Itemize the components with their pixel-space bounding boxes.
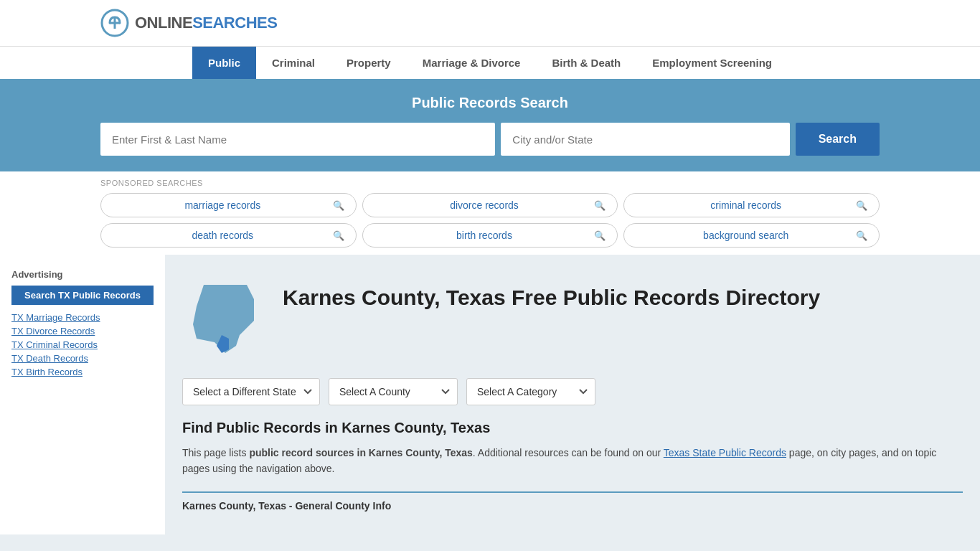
sidebar: Advertising Search TX Public Records TX …: [0, 255, 165, 534]
search-form: Search: [100, 123, 880, 156]
directory-header: Karnes County, Texas Free Public Records…: [182, 278, 963, 364]
logo-online-text: ONLINE: [135, 14, 192, 32]
find-section: Find Public Records in Karnes County, Te…: [182, 420, 963, 477]
main-nav: Public Criminal Property Marriage & Divo…: [0, 46, 980, 79]
find-description: This page lists public record sources in…: [182, 445, 963, 477]
nav-item-employment[interactable]: Employment Screening: [636, 47, 788, 79]
search-button[interactable]: Search: [796, 123, 880, 156]
header: ONLINESEARCHES: [0, 0, 980, 46]
sponsored-pill-death[interactable]: death records 🔍: [100, 223, 357, 248]
texas-map-icon: [182, 278, 268, 364]
sponsored-pill-divorce[interactable]: divorce records 🔍: [362, 193, 618, 217]
find-link[interactable]: Texas State Public Records: [664, 447, 786, 458]
sponsored-label: SPONSORED SEARCHES: [100, 179, 880, 187]
directory-section: Karnes County, Texas Free Public Records…: [182, 266, 963, 523]
search-icon-divorce: 🔍: [594, 200, 606, 211]
logo-searches-text: SEARCHES: [192, 14, 277, 32]
sponsored-pill-criminal[interactable]: criminal records 🔍: [623, 193, 880, 217]
dropdowns-row: Select a Different State Select A County…: [182, 378, 963, 405]
nav-item-birth[interactable]: Birth & Death: [536, 47, 636, 79]
find-desc-1: This page lists: [182, 447, 249, 458]
location-input[interactable]: [501, 123, 789, 156]
find-title: Find Public Records in Karnes County, Te…: [182, 420, 963, 436]
sponsored-text-birth: birth records: [374, 230, 595, 241]
sidebar-ad-button[interactable]: Search TX Public Records: [11, 286, 154, 305]
content-wrapper: Advertising Search TX Public Records TX …: [0, 255, 980, 534]
search-icon-marriage: 🔍: [333, 200, 344, 211]
sidebar-link-birth[interactable]: TX Birth Records: [11, 367, 154, 377]
category-dropdown[interactable]: Select A Category: [466, 378, 595, 405]
sponsored-section: SPONSORED SEARCHES marriage records 🔍 di…: [0, 171, 980, 255]
search-icon-background: 🔍: [856, 230, 867, 241]
logo-text: ONLINESEARCHES: [135, 14, 277, 32]
sponsored-text-divorce: divorce records: [374, 199, 595, 211]
sponsored-pill-birth[interactable]: birth records 🔍: [362, 223, 618, 248]
sponsored-text-death: death records: [113, 230, 333, 241]
sidebar-link-death[interactable]: TX Death Records: [11, 353, 154, 364]
sidebar-ad-label: Advertising: [11, 269, 154, 280]
sidebar-link-criminal[interactable]: TX Criminal Records: [11, 339, 154, 350]
nav-item-criminal[interactable]: Criminal: [256, 47, 331, 79]
find-desc-bold: public record sources in Karnes County, …: [249, 447, 472, 458]
sidebar-link-marriage[interactable]: TX Marriage Records: [11, 312, 154, 323]
sponsored-pill-marriage[interactable]: marriage records 🔍: [100, 193, 357, 217]
sponsored-grid: marriage records 🔍 divorce records 🔍 cri…: [100, 193, 880, 248]
search-icon-death: 🔍: [333, 230, 344, 241]
sponsored-text-criminal: criminal records: [636, 199, 856, 211]
page-wrapper: ONLINESEARCHES Public Criminal Property …: [0, 0, 980, 551]
search-icon-birth: 🔍: [594, 230, 606, 241]
nav-item-marriage[interactable]: Marriage & Divorce: [407, 47, 537, 79]
right-content: Karnes County, Texas Free Public Records…: [165, 255, 980, 534]
nav-item-public[interactable]: Public: [192, 47, 256, 79]
name-input[interactable]: [100, 123, 495, 156]
sidebar-link-divorce[interactable]: TX Divorce Records: [11, 326, 154, 336]
sponsored-pill-background[interactable]: background search 🔍: [623, 223, 880, 248]
search-banner: Public Records Search Search: [0, 79, 980, 171]
county-info-label: Karnes County, Texas - General County In…: [182, 500, 391, 512]
state-dropdown[interactable]: Select a Different State: [182, 378, 320, 405]
logo-icon: [100, 9, 129, 37]
search-banner-title: Public Records Search: [100, 95, 880, 111]
logo: ONLINESEARCHES: [100, 9, 277, 37]
directory-title: Karnes County, Texas Free Public Records…: [283, 285, 820, 311]
sponsored-text-marriage: marriage records: [113, 199, 333, 211]
sponsored-text-background: background search: [636, 230, 856, 241]
find-desc-2: . Additional resources can be found on o…: [473, 447, 664, 458]
county-dropdown[interactable]: Select A County: [329, 378, 458, 405]
search-icon-criminal: 🔍: [856, 200, 867, 211]
county-info-divider: Karnes County, Texas - General County In…: [182, 491, 963, 512]
nav-item-property[interactable]: Property: [331, 47, 407, 79]
